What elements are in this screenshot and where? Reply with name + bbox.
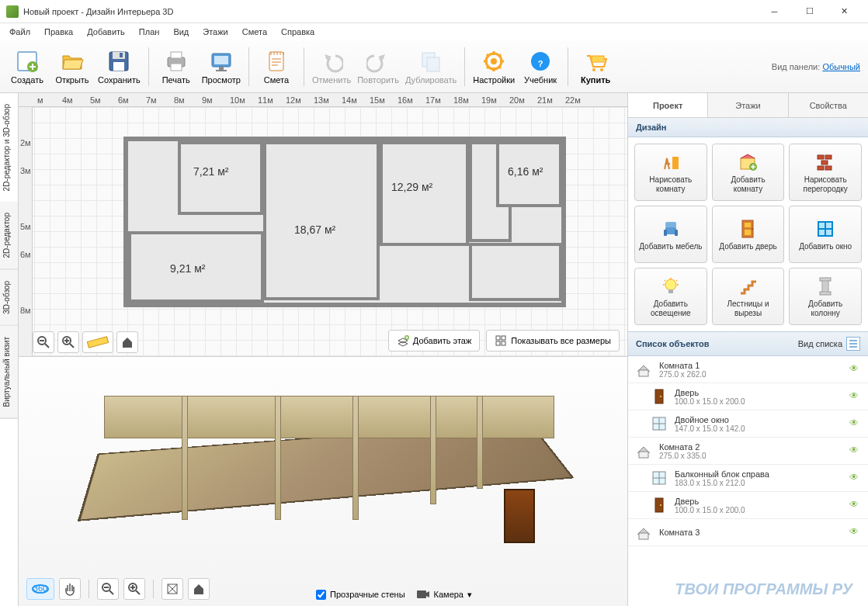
- tab-2d-3d[interactable]: 2D-редактор и 3D-обзор: [0, 93, 18, 202]
- zoom-out-icon[interactable]: [33, 331, 54, 353]
- close-button[interactable]: ✕: [827, 0, 862, 23]
- draw-partition-button[interactable]: Нарисовать перегородку: [789, 144, 862, 201]
- menu-floors[interactable]: Этажи: [196, 26, 234, 38]
- menubar: Файл Правка Добавить План Вид Этажи Смет…: [0, 23, 868, 40]
- menu-estimate[interactable]: Смета: [236, 26, 273, 38]
- buy-button[interactable]: Купить: [573, 43, 618, 91]
- add-lighting-button[interactable]: Добавить освещение: [634, 268, 707, 325]
- add-floor-button[interactable]: Добавить этаж: [388, 330, 480, 351]
- add-window-button[interactable]: Добавить окно: [789, 206, 862, 263]
- camera-button[interactable]: Камера ▾: [416, 589, 472, 600]
- door-icon: [650, 496, 668, 514]
- visibility-icon[interactable]: 👁: [849, 445, 862, 457]
- svg-rect-30: [502, 341, 505, 345]
- view-3d-canvas[interactable]: 360 Прозрачные стены Камера ▾: [19, 356, 627, 606]
- tab-project[interactable]: Проект: [628, 93, 708, 117]
- maximize-button[interactable]: ☐: [792, 0, 827, 23]
- duplicate-button[interactable]: Дублировать: [402, 43, 460, 91]
- add-furniture-button[interactable]: Добавить мебель: [634, 206, 707, 263]
- undo-button[interactable]: Отменить: [309, 43, 354, 91]
- object-item[interactable]: Дверь100.0 x 15.0 x 200.0👁: [628, 383, 868, 410]
- svg-rect-55: [668, 289, 673, 293]
- menu-plan[interactable]: План: [133, 26, 166, 38]
- print-button[interactable]: Печать: [154, 43, 199, 91]
- toolbar: Создать Открыть Сохранить Печать Просмот…: [0, 40, 868, 93]
- room-area-1: 7,21 м²: [193, 165, 228, 178]
- titlebar: Новый проект - Дизайн Интерьера 3D ─ ☐ ✕: [0, 0, 868, 23]
- svg-rect-60: [655, 390, 663, 403]
- add-column-button[interactable]: Добавить колонну: [789, 268, 862, 325]
- redo-button[interactable]: Повторить: [354, 43, 402, 91]
- svg-rect-63: [639, 452, 648, 458]
- svg-rect-59: [639, 370, 648, 376]
- zoom-out-3d-icon[interactable]: [97, 578, 119, 600]
- tab-virtual[interactable]: Виртуальный визит: [0, 326, 18, 419]
- svg-rect-10: [214, 56, 228, 64]
- ruler-horizontal: м4м5м6м7м8м9м10м11м12м13м14м15м16м17м18м…: [19, 93, 627, 107]
- object-item[interactable]: Комната 3👁: [628, 519, 868, 546]
- svg-rect-40: [818, 155, 824, 159]
- menu-view[interactable]: Вид: [167, 26, 195, 38]
- minimize-button[interactable]: ─: [757, 0, 792, 23]
- svg-rect-11: [219, 67, 224, 70]
- zoom-in-icon[interactable]: [57, 331, 79, 353]
- plan-canvas[interactable]: 2м3м5м6м8м 7,21 м² 18,67 м² 12,29 м² 9,2…: [19, 107, 627, 356]
- room-area-3: 12,29 м²: [391, 181, 432, 193]
- panel-mode-link[interactable]: Обычный: [822, 62, 860, 71]
- tab-3d[interactable]: 3D-обзор: [0, 270, 18, 326]
- svg-rect-12: [216, 70, 227, 71]
- svg-rect-42: [821, 161, 828, 164]
- visibility-icon[interactable]: 👁: [849, 417, 862, 430]
- visibility-icon[interactable]: 👁: [849, 472, 862, 484]
- menu-add[interactable]: Добавить: [81, 26, 131, 38]
- add-room-button[interactable]: Добавить комнату: [712, 144, 785, 201]
- window-title: Новый проект - Дизайн Интерьера 3D: [23, 7, 757, 16]
- menu-edit[interactable]: Правка: [38, 26, 79, 38]
- home-3d-icon[interactable]: [188, 578, 210, 600]
- settings-button[interactable]: Настройки: [470, 43, 518, 91]
- stairs-button[interactable]: Лестницы и вырезы: [712, 268, 785, 325]
- create-button[interactable]: Создать: [5, 43, 50, 91]
- svg-rect-51: [745, 230, 751, 235]
- visibility-icon[interactable]: 👁: [849, 390, 862, 403]
- window-icon: [650, 469, 668, 487]
- svg-text:?: ?: [538, 59, 543, 68]
- svg-rect-8: [171, 64, 182, 71]
- svg-rect-5: [120, 53, 123, 57]
- menu-file[interactable]: Файл: [3, 26, 36, 38]
- add-door-button[interactable]: Добавить дверь: [712, 206, 785, 263]
- show-sizes-button[interactable]: Показывать все размеры: [486, 330, 620, 351]
- svg-rect-22: [592, 56, 604, 62]
- tutorial-button[interactable]: ?Учебник: [518, 43, 563, 91]
- transparent-walls-checkbox[interactable]: Прозрачные стены: [316, 590, 404, 600]
- pan-icon[interactable]: [59, 578, 81, 600]
- object-item[interactable]: Двойное окно147.0 x 15.0 x 142.0👁: [628, 410, 868, 438]
- window-icon: [650, 414, 668, 433]
- object-item[interactable]: Дверь100.0 x 15.0 x 200.0👁: [628, 492, 868, 519]
- preview-button[interactable]: Просмотр: [199, 43, 244, 91]
- save-button[interactable]: Сохранить: [95, 43, 144, 91]
- rotate-360-icon[interactable]: 360: [26, 578, 54, 600]
- tab-2d[interactable]: 2D-редактор: [0, 202, 18, 270]
- draw-room-button[interactable]: Нарисовать комнату: [634, 144, 707, 201]
- menu-help[interactable]: Справка: [275, 26, 321, 38]
- svg-point-61: [660, 396, 661, 397]
- object-item[interactable]: Комната 1275.0 x 262.0👁: [628, 356, 868, 383]
- svg-rect-47: [675, 230, 678, 236]
- object-item[interactable]: Комната 2275.0 x 335.0👁: [628, 438, 868, 465]
- tab-floors[interactable]: Этажи: [708, 93, 788, 117]
- list-mode-icon[interactable]: [846, 337, 860, 351]
- room-area-5: 6,16 м²: [508, 165, 543, 178]
- tab-properties[interactable]: Свойства: [789, 93, 868, 117]
- object-item[interactable]: Балконный блок справа183.0 x 15.0 x 212.…: [628, 465, 868, 492]
- visibility-icon[interactable]: 👁: [849, 363, 862, 376]
- estimate-button[interactable]: Смета: [254, 43, 299, 91]
- zoom-in-3d-icon[interactable]: [123, 578, 145, 600]
- open-button[interactable]: Открыть: [50, 43, 95, 91]
- home-icon[interactable]: [116, 331, 138, 353]
- visibility-icon[interactable]: 👁: [849, 526, 862, 538]
- reset-3d-icon[interactable]: [161, 578, 183, 600]
- svg-rect-37: [672, 157, 679, 169]
- measure-icon[interactable]: [82, 331, 113, 353]
- visibility-icon[interactable]: 👁: [849, 499, 862, 511]
